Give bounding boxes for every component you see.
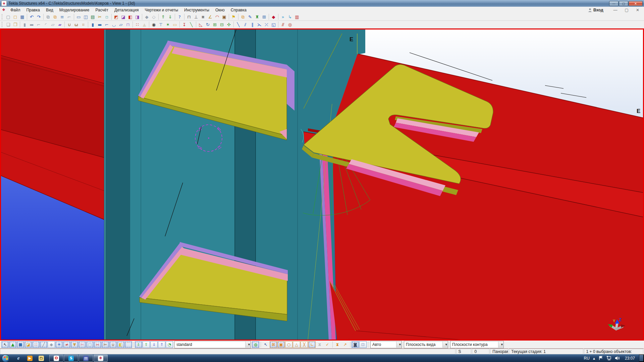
snap-intersection[interactable]: ╳ xyxy=(301,341,308,348)
area-select[interactable]: ▫ xyxy=(103,13,110,20)
select-lines[interactable]: ╱ xyxy=(40,341,47,348)
paste-properties[interactable]: ⧉ xyxy=(52,13,59,20)
component-catalog[interactable]: ◪ xyxy=(120,13,127,20)
taskbar-tekla[interactable]: ❖ xyxy=(94,355,108,362)
taskbar-media-player[interactable]: ▶ xyxy=(25,355,34,362)
concrete-beam[interactable]: ▬ xyxy=(96,21,103,28)
select-fittings[interactable]: ✄ xyxy=(78,341,86,348)
select-level-up[interactable]: ⇧ xyxy=(143,341,150,348)
measure-arc[interactable]: ◠ xyxy=(214,13,221,20)
import-model[interactable]: ↳ xyxy=(286,13,293,20)
volume-icon[interactable] xyxy=(615,356,620,360)
menu-help[interactable]: Справка xyxy=(228,7,250,13)
undo[interactable]: ↶ xyxy=(28,13,35,20)
select-phase[interactable]: ◔ xyxy=(166,341,173,348)
workplane-combo[interactable]: Плоскость вида▼ xyxy=(404,341,448,348)
cursor-pick[interactable]: ↖ xyxy=(262,341,269,348)
select-components[interactable]: ◆ xyxy=(48,341,55,348)
select-cuts[interactable]: ▼ xyxy=(71,341,78,348)
steel-polybeam[interactable]: ⌐ xyxy=(35,21,42,28)
pin-view[interactable]: ⚑ xyxy=(230,13,237,20)
select-grids[interactable]: ∺ xyxy=(94,341,101,348)
edit-polygon[interactable]: ✎ xyxy=(247,13,254,20)
select-profiles[interactable]: ∪ xyxy=(109,341,117,348)
report-list[interactable]: ≡ xyxy=(59,13,66,20)
steel-column[interactable]: ▮ xyxy=(21,21,28,28)
snap-override[interactable]: ✓ xyxy=(324,341,331,348)
detail-object-a[interactable]: ❏ xyxy=(5,21,12,28)
toolbar-grip[interactable] xyxy=(2,22,4,27)
assembly-select-down[interactable]: ⇓ xyxy=(167,13,174,20)
numeric-snap[interactable]: ⧗ xyxy=(334,341,341,348)
select-group-up[interactable]: ⇑ xyxy=(158,341,165,348)
show-desktop-button[interactable] xyxy=(639,354,644,362)
snap-geometry[interactable]: ▣ xyxy=(277,341,285,348)
snap-center[interactable]: ○ xyxy=(285,341,292,348)
weld-tool[interactable]: ◺ xyxy=(197,21,204,28)
context-help[interactable]: ? xyxy=(176,13,183,20)
menu-view[interactable]: Вид xyxy=(43,7,56,13)
lattice-tool[interactable]: ⌗ xyxy=(80,21,87,28)
concrete-polybeam[interactable]: ⌐ xyxy=(103,21,110,28)
select-objects[interactable]: ■ xyxy=(17,341,24,348)
open-model[interactable]: ◻ xyxy=(12,13,19,20)
steel-plate[interactable]: ▱ xyxy=(49,21,56,28)
contour-planes-combo-dropdown-arrow[interactable]: ▼ xyxy=(498,342,503,348)
new-view[interactable]: ▭ xyxy=(75,13,82,20)
line-snap-extend[interactable]: ⤫ xyxy=(263,21,270,28)
line-snap-divide[interactable]: ⫽ xyxy=(242,21,249,28)
measure-frame[interactable]: ▣ xyxy=(221,13,228,20)
snap-origin[interactable]: ◎ xyxy=(286,21,293,28)
steel-slab[interactable]: ▰ xyxy=(56,21,63,28)
view-properties[interactable]: ◫ xyxy=(82,13,89,20)
custom-components[interactable]: ◨ xyxy=(134,13,141,20)
snap-perpendicular[interactable]: ∟ xyxy=(308,341,316,348)
steel-beam[interactable]: ▬ xyxy=(28,21,35,28)
bolt-tool[interactable]: ↧ xyxy=(181,21,188,28)
line-snap-parallel[interactable]: ∥ xyxy=(249,21,256,28)
network-icon[interactable] xyxy=(606,356,611,360)
create-grid-line[interactable]: ⊥ xyxy=(193,13,200,20)
concrete-column[interactable]: ▮ xyxy=(89,21,96,28)
point-tool-1[interactable]: ◆ xyxy=(143,13,150,20)
redo[interactable]: ↷ xyxy=(35,13,42,20)
selection-filter-dropdown-arrow[interactable]: ▼ xyxy=(245,342,251,348)
select-level-down[interactable]: ⇩ xyxy=(135,341,142,348)
profile-database[interactable]: ♜ xyxy=(254,13,261,20)
menu-modeling[interactable]: Моделирование xyxy=(56,7,93,13)
create-grid[interactable]: ⊓ xyxy=(185,13,193,20)
component-grid-2[interactable]: ⊟ xyxy=(218,21,225,28)
toolbar-grip[interactable] xyxy=(2,14,4,19)
phase-combo-dropdown-arrow[interactable]: ▼ xyxy=(396,342,401,348)
ortho-direction[interactable]: ↗ xyxy=(341,341,349,348)
line-snap-segment[interactable]: ╲ xyxy=(235,21,242,28)
tekla-warehouse[interactable]: ◆ xyxy=(270,13,277,20)
clash-check[interactable]: ⊤ xyxy=(157,21,164,28)
menu-analysis[interactable]: Расчёт xyxy=(92,7,111,13)
select-plates[interactable]: ◧ xyxy=(117,341,124,348)
concrete-panel[interactable]: ⊓ xyxy=(124,21,131,28)
menu-edit[interactable]: Правка xyxy=(23,7,43,13)
component-grid-1[interactable]: ⊞ xyxy=(211,21,218,28)
next-window[interactable]: » xyxy=(279,13,286,20)
snap-free[interactable]: ⧖ xyxy=(316,341,323,348)
point-tool-2[interactable]: ◇ xyxy=(150,13,157,20)
assembly-select-up[interactable]: ⇑ xyxy=(160,13,167,20)
child-minimize-button[interactable]: — xyxy=(611,8,620,12)
workplane-combo-dropdown-arrow[interactable]: ▼ xyxy=(442,342,448,348)
taskbar-opera[interactable]: O xyxy=(49,355,63,362)
taskbar-explorer[interactable]: 🗀 xyxy=(37,355,46,362)
component-explode[interactable]: ✣ xyxy=(225,21,232,28)
action-center-icon[interactable] xyxy=(598,356,603,360)
menu-drawings-reports[interactable]: Чертежи и отчеты xyxy=(142,7,181,13)
cut[interactable]: ✂ xyxy=(96,13,103,20)
taskbar-floppy-app[interactable]: ▤ xyxy=(79,355,93,362)
measure-angle[interactable]: ∠ xyxy=(207,13,214,20)
channel-profile[interactable]: ∪ xyxy=(66,21,73,28)
copy-properties[interactable]: ⧉ xyxy=(45,13,52,20)
start-button[interactable] xyxy=(1,355,11,362)
concrete-slab[interactable]: ▱ xyxy=(117,21,124,28)
view-list[interactable]: ▤ xyxy=(89,13,96,20)
steel-curved-beam[interactable]: ◜ xyxy=(42,21,49,28)
task-calendar[interactable]: ⊞ xyxy=(261,13,268,20)
